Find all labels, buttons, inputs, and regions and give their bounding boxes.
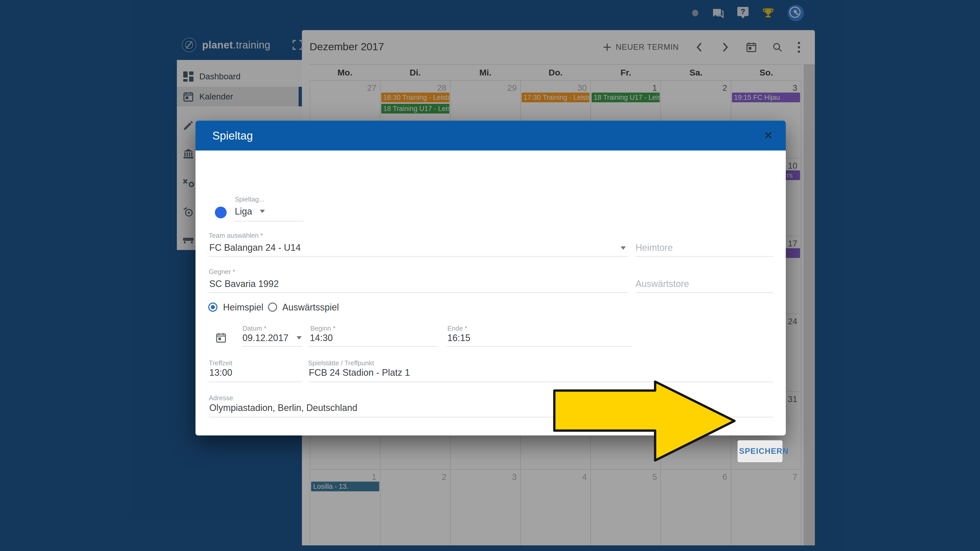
home-game-label: Heimspiel xyxy=(223,302,263,313)
away-goals-input[interactable]: Auswärtstore xyxy=(635,279,689,289)
event-type-color-dot xyxy=(215,206,227,218)
type-label: Spieltag... xyxy=(235,195,264,203)
home-game-radio[interactable] xyxy=(208,303,218,312)
close-icon[interactable]: ✕ xyxy=(764,129,773,142)
team-caret-icon[interactable] xyxy=(620,246,626,250)
app-window: ? planet.training Dashbo xyxy=(0,0,980,551)
date-label: Datum * xyxy=(242,324,266,332)
date-caret-icon[interactable] xyxy=(297,336,302,340)
modal-header: Spieltag ✕ xyxy=(196,121,786,151)
team-label: Team auswählen * xyxy=(209,232,263,240)
begin-input[interactable]: 14:30 xyxy=(310,333,333,343)
meet-time-label: Treffzeit xyxy=(209,359,232,367)
away-game-label: Auswärtsspiel xyxy=(282,302,339,313)
modal-title: Spieltag xyxy=(212,129,253,142)
meet-time-input[interactable]: 13:00 xyxy=(209,367,232,378)
date-calendar-icon[interactable] xyxy=(215,332,227,343)
address-input[interactable]: Olympiastadion, Berlin, Deutschland xyxy=(209,403,357,413)
away-game-radio[interactable] xyxy=(268,303,277,312)
team-select[interactable]: FC Balangan 24 - U14 xyxy=(209,242,301,253)
opponent-label: Gegner * xyxy=(209,268,235,276)
annotation-arrow xyxy=(546,372,748,472)
venue-input[interactable]: FCB 24 Stadion - Platz 1 xyxy=(309,367,410,378)
end-input[interactable]: 16:15 xyxy=(447,333,470,343)
begin-label: Beginn * xyxy=(310,324,335,332)
type-select[interactable]: Liga xyxy=(235,206,252,217)
address-label: Adresse xyxy=(209,394,233,402)
date-input[interactable]: 09.12.2017 xyxy=(242,333,288,343)
type-caret-icon[interactable] xyxy=(260,210,265,213)
home-goals-input[interactable]: Heimtore xyxy=(635,242,673,253)
opponent-input[interactable]: SC Bavaria 1992 xyxy=(209,279,279,289)
venue-label: Spielstätte / Treffpunkt xyxy=(308,359,374,367)
end-label: Ende * xyxy=(447,324,467,332)
